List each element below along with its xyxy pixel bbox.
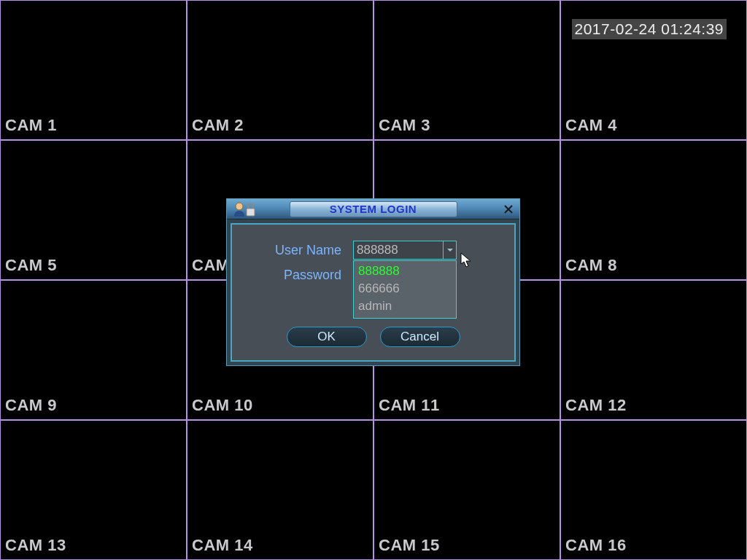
username-dropdown[interactable]: 888888 888888 666666 admin	[353, 241, 457, 260]
camera-tile[interactable]: CAM 5	[0, 140, 187, 280]
close-icon	[503, 204, 514, 214]
dialog-titlebar[interactable]: SYSTEM LOGIN	[227, 199, 519, 219]
camera-label: CAM 3	[379, 116, 430, 135]
camera-label: CAM 8	[565, 256, 617, 275]
camera-tile[interactable]: CAM 1	[0, 0, 187, 140]
camera-label: CAM 9	[5, 396, 57, 415]
dropdown-toggle[interactable]	[443, 241, 456, 259]
dialog-title: SYSTEM LOGIN	[330, 203, 417, 215]
camera-label: CAM 13	[5, 536, 66, 555]
chevron-down-icon	[446, 246, 454, 254]
camera-label: CAM 15	[379, 536, 440, 555]
camera-tile[interactable]: CAM 2	[187, 0, 374, 140]
username-option[interactable]: admin	[354, 298, 456, 315]
camera-label: CAM 14	[192, 536, 253, 555]
camera-label: CAM 1	[5, 116, 57, 135]
username-option[interactable]: 666666	[354, 280, 456, 298]
camera-tile[interactable]: CAM 13	[0, 420, 187, 560]
username-value: 888888	[354, 243, 443, 257]
username-label: User Name	[251, 243, 353, 258]
user-lock-icon	[231, 201, 256, 218]
password-label: Password	[251, 268, 353, 283]
ok-button[interactable]: OK	[287, 327, 367, 347]
username-options: 888888 666666 admin	[353, 260, 457, 319]
camera-label: CAM 5	[5, 256, 57, 275]
timestamp: 2017-02-24 01:24:39	[572, 19, 727, 39]
camera-tile[interactable]: CAM 16	[560, 420, 747, 560]
svg-point-0	[236, 203, 243, 210]
dialog-title-plate: SYSTEM LOGIN	[290, 201, 457, 217]
camera-label: CAM 4	[565, 116, 617, 135]
login-dialog: SYSTEM LOGIN User Name 888888 888888	[226, 198, 520, 366]
camera-tile[interactable]: CAM 3	[374, 0, 560, 140]
camera-tile[interactable]: CAM 8	[560, 140, 747, 280]
dialog-body: User Name 888888 888888 666666 admin Pas…	[231, 223, 516, 362]
cancel-button[interactable]: Cancel	[380, 327, 460, 347]
svg-rect-1	[247, 209, 255, 216]
camera-tile[interactable]: CAM 9	[0, 280, 187, 420]
camera-label: CAM 2	[192, 116, 244, 135]
camera-label: CAM 10	[192, 396, 253, 415]
close-button[interactable]	[502, 203, 515, 216]
camera-label: CAM 11	[379, 396, 440, 415]
camera-tile[interactable]: CAM 14	[187, 420, 374, 560]
camera-tile[interactable]: CAM 15	[374, 420, 560, 560]
username-option[interactable]: 888888	[354, 262, 456, 280]
camera-label: CAM 12	[565, 396, 627, 415]
camera-tile[interactable]: CAM 12	[560, 280, 747, 420]
camera-label: CAM 16	[565, 536, 627, 555]
